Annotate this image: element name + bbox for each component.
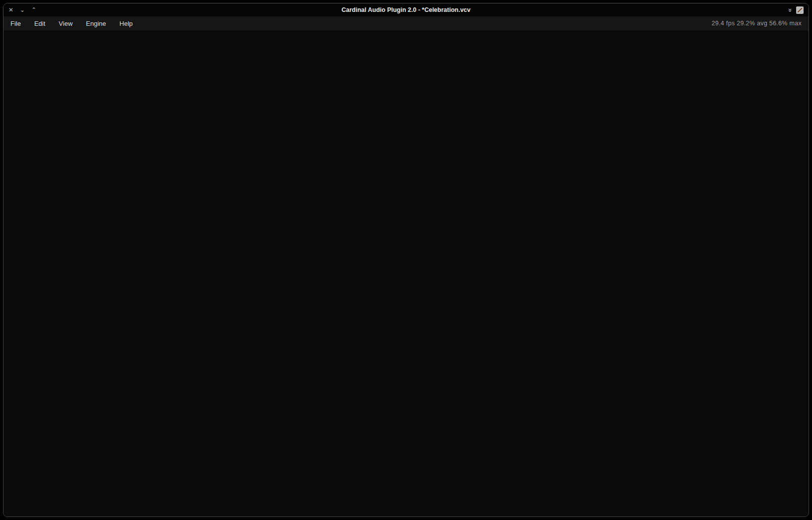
performance-stats: 29.4 fps 29.2% avg 56.6% max (712, 20, 802, 27)
app-window: ✕⌄⌃ Cardinal Audio Plugin 2.0 - *Celebra… (3, 3, 809, 517)
window-control-1[interactable]: ⌄ (20, 6, 25, 13)
window-control-2[interactable]: ⌃ (31, 6, 36, 13)
rack-area (3, 30, 809, 517)
menu-items: FileEditViewEngineHelp (10, 20, 133, 27)
window-controls[interactable]: ✕⌄⌃ (8, 6, 118, 13)
title-bar: ✕⌄⌃ Cardinal Audio Plugin 2.0 - *Celebra… (3, 3, 809, 16)
menu-item-edit[interactable]: Edit (34, 20, 45, 27)
menu-item-help[interactable]: Help (120, 20, 133, 27)
menu-item-view[interactable]: View (59, 20, 72, 27)
collapse-icon[interactable]: » (787, 8, 794, 11)
menu-item-file[interactable]: File (10, 20, 21, 27)
menu-bar: FileEditViewEngineHelp 29.4 fps 29.2% av… (3, 16, 809, 31)
window-control-0[interactable]: ✕ (8, 6, 13, 13)
window-title: Cardinal Audio Plugin 2.0 - *Celebration… (118, 6, 694, 13)
plugin-logo-icon (796, 6, 804, 14)
menu-item-engine[interactable]: Engine (86, 20, 106, 27)
